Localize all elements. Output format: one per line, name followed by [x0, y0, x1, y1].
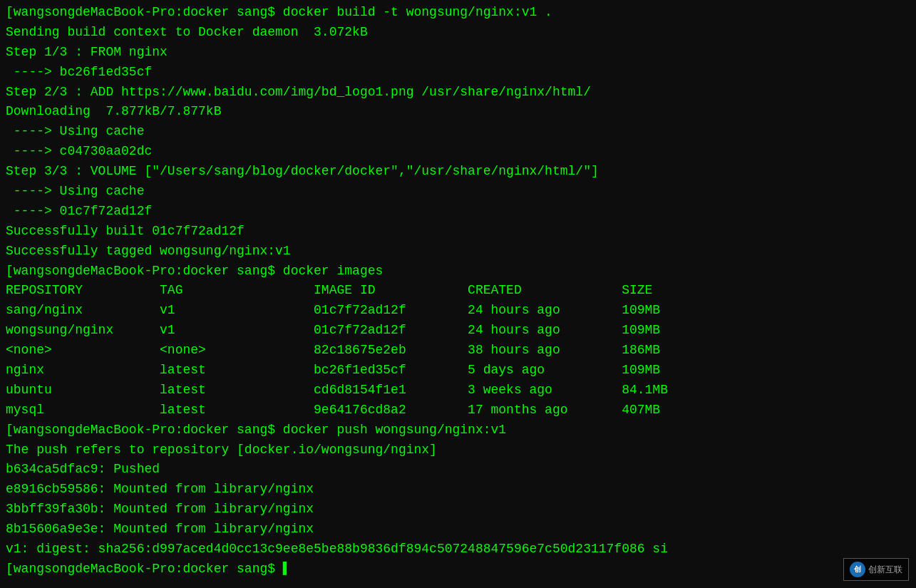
terminal-line-19: nginx latest bc26f1ed35cf 5 days ago 109… — [6, 361, 910, 381]
terminal-window: [wangsongdeMacBook-Pro:docker sang$ dock… — [0, 0, 916, 588]
terminal-line-18: <none> <none> 82c18675e2eb 38 hours ago … — [6, 341, 910, 361]
terminal-line-13: Successfully tagged wongsung/nginx:v1 — [6, 242, 910, 262]
terminal-line-2: Sending build context to Docker daemon 3… — [6, 23, 910, 43]
terminal-line-14: [wangsongdeMacBook-Pro:docker sang$ dock… — [6, 262, 910, 282]
terminal-line-23: The push refers to repository [docker.io… — [6, 440, 910, 460]
terminal-line-5: Step 2/3 : ADD https://www.baidu.com/img… — [6, 83, 910, 103]
terminal-line-11: ----> 01c7f72ad12f — [6, 202, 910, 222]
terminal-line-9: Step 3/3 : VOLUME ["/Users/sang/blog/doc… — [6, 162, 910, 182]
terminal-line-15: REPOSITORY TAG IMAGE ID CREATED SIZE — [6, 281, 910, 301]
terminal-line-1: [wangsongdeMacBook-Pro:docker sang$ dock… — [6, 3, 910, 23]
terminal-line-7: ----> Using cache — [6, 122, 910, 142]
terminal-line-29: [wangsongdeMacBook-Pro:docker sang$ ▌ — [6, 559, 910, 579]
terminal-line-16: sang/nginx v1 01c7f72ad12f 24 hours ago … — [6, 301, 910, 321]
terminal-line-12: Successfully built 01c7f72ad12f — [6, 222, 910, 242]
terminal-line-26: 3bbff39fa30b: Mounted from library/nginx — [6, 500, 910, 520]
terminal-line-8: ----> c04730aa02dc — [6, 142, 910, 162]
terminal-line-21: mysql latest 9e64176cd8a2 17 months ago … — [6, 401, 910, 421]
terminal-line-24: b634ca5dfac9: Pushed — [6, 460, 910, 480]
terminal-line-27: 8b15606a9e3e: Mounted from library/nginx — [6, 520, 910, 540]
terminal-line-22: [wangsongdeMacBook-Pro:docker sang$ dock… — [6, 421, 910, 440]
terminal-line-20: ubuntu latest cd6d8154f1e1 3 weeks ago 8… — [6, 381, 910, 401]
terminal-line-4: ----> bc26f1ed35cf — [6, 63, 910, 83]
terminal-line-6: Downloading 7.877kB/7.877kB — [6, 102, 910, 122]
terminal-line-10: ----> Using cache — [6, 182, 910, 202]
watermark-label: 创新互联 — [868, 563, 902, 577]
terminal-line-3: Step 1/3 : FROM nginx — [6, 43, 910, 63]
terminal-line-28: v1: digest: sha256:d997aced4d0cc13c9ee8e… — [6, 540, 910, 559]
watermark-icon: 创 — [850, 562, 865, 577]
terminal-line-17: wongsung/nginx v1 01c7f72ad12f 24 hours … — [6, 321, 910, 341]
watermark: 创 创新互联 — [843, 558, 909, 581]
terminal-line-25: e8916cb59586: Mounted from library/nginx — [6, 480, 910, 500]
